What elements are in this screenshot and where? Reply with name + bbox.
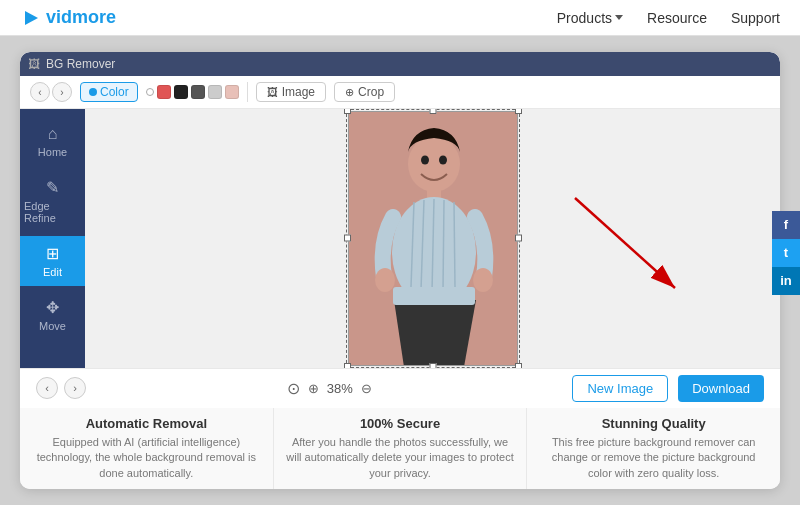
swatch-light[interactable] [208, 85, 222, 99]
app-title-text: BG Remover [46, 57, 115, 71]
zoom-reset-button[interactable]: ⊙ [287, 379, 300, 398]
feature-desc-3: This free picture background remover can… [539, 435, 768, 481]
nav-resource[interactable]: Resource [647, 10, 707, 26]
social-sidebar: f t in [772, 211, 800, 295]
app-window: 🖼 BG Remover ‹ › Color 🖼 [20, 52, 780, 489]
color-swatches [146, 85, 239, 99]
crop-icon: ⊕ [345, 86, 354, 99]
swatch-black[interactable] [174, 85, 188, 99]
logo-icon [20, 9, 42, 27]
arrow-annotation [545, 188, 725, 318]
edge-refine-icon: ✎ [46, 178, 59, 197]
nav-support[interactable]: Support [731, 10, 780, 26]
logo-more: more [72, 7, 116, 27]
feature-desc-2: After you handle the photos successfully… [286, 435, 515, 481]
bottom-nav: ‹ › [36, 377, 86, 399]
edit-icon: ⊞ [46, 244, 59, 263]
sidebar-item-edit[interactable]: ⊞ Edit [20, 236, 85, 286]
toolbar: ‹ › Color 🖼 Image ⊕ Crop [20, 76, 780, 109]
svg-point-13 [439, 155, 447, 164]
svg-point-10 [473, 268, 493, 292]
chevron-down-icon [615, 15, 623, 20]
feature-desc-1: Equipped with AI (artificial intelligenc… [32, 435, 261, 481]
canvas-area [85, 109, 780, 368]
svg-marker-0 [25, 11, 38, 25]
crop-button[interactable]: ⊕ Crop [334, 82, 395, 102]
zoom-controls: ⊙ ⊕ 38% ⊖ [287, 379, 372, 398]
image-button[interactable]: 🖼 Image [256, 82, 326, 102]
zoom-out-button[interactable]: ⊖ [361, 381, 372, 396]
svg-point-9 [375, 268, 395, 292]
next-button[interactable]: › [64, 377, 86, 399]
bottom-toolbar: ‹ › ⊙ ⊕ 38% ⊖ New Image Download [20, 368, 780, 408]
image-container [348, 111, 518, 366]
person-image [349, 112, 518, 366]
sidebar-item-home[interactable]: ⌂ Home [20, 117, 85, 166]
facebook-button[interactable]: f [772, 211, 800, 239]
zoom-in-button[interactable]: ⊕ [308, 381, 319, 396]
image-icon: 🖼 [267, 86, 278, 98]
forward-button[interactable]: › [52, 82, 72, 102]
toolbar-separator [247, 82, 248, 102]
logo-text: vidmore [46, 7, 116, 28]
toolbar-nav: ‹ › [30, 82, 72, 102]
app-body: ⌂ Home ✎ Edge Refine ⊞ Edit ✥ Move [20, 109, 780, 368]
feature-automatic-removal: Automatic Removal Equipped with AI (arti… [20, 408, 274, 489]
svg-rect-11 [393, 287, 475, 305]
features-bar: Automatic Removal Equipped with AI (arti… [20, 408, 780, 489]
header: vidmore Products Resource Support [0, 0, 800, 36]
sidebar: ⌂ Home ✎ Edge Refine ⊞ Edit ✥ Move [20, 109, 85, 368]
new-image-button[interactable]: New Image [572, 375, 668, 402]
move-icon: ✥ [46, 298, 59, 317]
svg-line-7 [443, 200, 444, 290]
app-title-bar: 🖼 BG Remover [20, 52, 780, 76]
download-button[interactable]: Download [678, 375, 764, 402]
svg-line-15 [575, 198, 675, 288]
logo: vidmore [20, 7, 116, 28]
logo-vid: vid [46, 7, 72, 27]
zoom-level: 38% [327, 381, 353, 396]
swatch-pink[interactable] [225, 85, 239, 99]
feature-quality: Stunning Quality This free picture backg… [527, 408, 780, 489]
linkedin-button[interactable]: in [772, 267, 800, 295]
feature-title-1: Automatic Removal [32, 416, 261, 431]
header-nav: Products Resource Support [557, 10, 780, 26]
app-title-icon: 🖼 [28, 57, 40, 71]
image-canvas [348, 111, 518, 366]
color-tab[interactable]: Color [80, 82, 138, 102]
sidebar-item-edge-refine[interactable]: ✎ Edge Refine [20, 170, 85, 232]
back-button[interactable]: ‹ [30, 82, 50, 102]
twitter-button[interactable]: t [772, 239, 800, 267]
svg-point-12 [421, 155, 429, 164]
nav-products[interactable]: Products [557, 10, 623, 26]
prev-button[interactable]: ‹ [36, 377, 58, 399]
bottom-actions: New Image Download [572, 375, 764, 402]
sidebar-item-move[interactable]: ✥ Move [20, 290, 85, 340]
main-area: 🖼 BG Remover ‹ › Color 🖼 [0, 36, 800, 505]
feature-title-3: Stunning Quality [539, 416, 768, 431]
svg-line-8 [454, 202, 455, 287]
swatch-red[interactable] [157, 85, 171, 99]
home-icon: ⌂ [48, 125, 58, 143]
feature-title-2: 100% Secure [286, 416, 515, 431]
transparent-swatch[interactable] [146, 88, 154, 96]
swatch-gray[interactable] [191, 85, 205, 99]
feature-secure: 100% Secure After you handle the photos … [274, 408, 528, 489]
svg-point-1 [408, 136, 460, 192]
color-tab-dot [89, 88, 97, 96]
